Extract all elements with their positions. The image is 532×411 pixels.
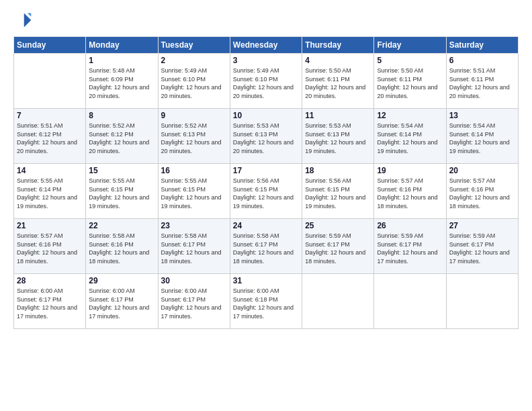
day-info: Sunrise: 5:59 AMSunset: 6:17 PMDaylight:… bbox=[449, 232, 515, 265]
daylight-text: Daylight: 12 hours and 18 minutes. bbox=[305, 248, 371, 265]
day-number: 16 bbox=[161, 166, 227, 175]
day-info: Sunrise: 6:00 AMSunset: 6:17 PMDaylight:… bbox=[17, 287, 83, 320]
day-cell: 13Sunrise: 5:54 AMSunset: 6:14 PMDayligh… bbox=[446, 109, 518, 164]
daylight-text: Daylight: 12 hours and 19 minutes. bbox=[17, 193, 83, 210]
day-info: Sunrise: 5:57 AMSunset: 6:16 PMDaylight:… bbox=[17, 232, 83, 265]
day-number: 31 bbox=[233, 276, 299, 285]
day-number: 9 bbox=[161, 111, 227, 120]
day-cell: 27Sunrise: 5:59 AMSunset: 6:17 PMDayligh… bbox=[446, 219, 518, 274]
day-number: 25 bbox=[305, 221, 371, 230]
day-cell bbox=[446, 274, 518, 329]
day-cell: 25Sunrise: 5:59 AMSunset: 6:17 PMDayligh… bbox=[302, 219, 374, 274]
day-number: 29 bbox=[89, 276, 154, 285]
day-cell: 19Sunrise: 5:57 AMSunset: 6:16 PMDayligh… bbox=[374, 164, 446, 219]
col-header-tuesday: Tuesday bbox=[158, 37, 230, 54]
day-number: 3 bbox=[233, 56, 299, 65]
logo bbox=[13, 11, 35, 30]
day-info: Sunrise: 5:50 AMSunset: 6:11 PMDaylight:… bbox=[305, 66, 371, 100]
day-number: 13 bbox=[449, 111, 515, 120]
sunset-text: Sunset: 6:17 PM bbox=[449, 240, 515, 249]
sunrise-text: Sunrise: 5:56 AM bbox=[233, 177, 299, 185]
sunset-text: Sunset: 6:14 PM bbox=[17, 185, 83, 194]
daylight-text: Daylight: 12 hours and 17 minutes. bbox=[377, 248, 443, 265]
day-cell: 29Sunrise: 6:00 AMSunset: 6:17 PMDayligh… bbox=[86, 274, 158, 329]
sunrise-text: Sunrise: 6:00 AM bbox=[161, 287, 227, 295]
col-header-saturday: Saturday bbox=[446, 37, 518, 54]
day-number: 26 bbox=[377, 221, 443, 230]
sunrise-text: Sunrise: 5:52 AM bbox=[89, 122, 154, 130]
sunset-text: Sunset: 6:17 PM bbox=[161, 295, 227, 304]
sunset-text: Sunset: 6:15 PM bbox=[233, 185, 299, 194]
day-info: Sunrise: 5:49 AMSunset: 6:10 PMDaylight:… bbox=[161, 66, 227, 100]
day-cell: 5Sunrise: 5:50 AMSunset: 6:11 PMDaylight… bbox=[374, 54, 446, 109]
sunset-text: Sunset: 6:17 PM bbox=[161, 240, 227, 249]
day-cell: 2Sunrise: 5:49 AMSunset: 6:10 PMDaylight… bbox=[158, 54, 230, 109]
sunset-text: Sunset: 6:12 PM bbox=[89, 130, 154, 139]
daylight-text: Daylight: 12 hours and 19 minutes. bbox=[161, 193, 227, 210]
sunset-text: Sunset: 6:17 PM bbox=[305, 240, 371, 249]
day-number: 10 bbox=[233, 111, 299, 120]
sunrise-text: Sunrise: 5:54 AM bbox=[449, 122, 515, 130]
day-cell: 18Sunrise: 5:56 AMSunset: 6:15 PMDayligh… bbox=[302, 164, 374, 219]
sunset-text: Sunset: 6:12 PM bbox=[17, 130, 83, 139]
daylight-text: Daylight: 12 hours and 19 minutes. bbox=[89, 193, 154, 210]
day-info: Sunrise: 5:58 AMSunset: 6:17 PMDaylight:… bbox=[233, 232, 299, 265]
sunrise-text: Sunrise: 6:00 AM bbox=[233, 287, 299, 295]
logo-icon bbox=[13, 11, 32, 30]
day-cell: 12Sunrise: 5:54 AMSunset: 6:14 PMDayligh… bbox=[374, 109, 446, 164]
col-header-friday: Friday bbox=[374, 37, 446, 54]
sunrise-text: Sunrise: 5:54 AM bbox=[377, 122, 443, 130]
daylight-text: Daylight: 12 hours and 19 minutes. bbox=[377, 138, 443, 155]
day-cell: 10Sunrise: 5:53 AMSunset: 6:13 PMDayligh… bbox=[230, 109, 302, 164]
day-info: Sunrise: 6:00 AMSunset: 6:18 PMDaylight:… bbox=[233, 287, 299, 320]
sunset-text: Sunset: 6:17 PM bbox=[233, 240, 299, 249]
daylight-text: Daylight: 12 hours and 20 minutes. bbox=[89, 83, 154, 100]
day-number: 24 bbox=[233, 221, 299, 230]
sunrise-text: Sunrise: 5:55 AM bbox=[161, 177, 227, 185]
sunrise-text: Sunrise: 5:50 AM bbox=[305, 66, 371, 75]
day-info: Sunrise: 5:59 AMSunset: 6:17 PMDaylight:… bbox=[377, 232, 443, 265]
daylight-text: Daylight: 12 hours and 18 minutes. bbox=[233, 248, 299, 265]
day-info: Sunrise: 5:50 AMSunset: 6:11 PMDaylight:… bbox=[377, 66, 443, 100]
sunset-text: Sunset: 6:18 PM bbox=[233, 295, 299, 304]
sunset-text: Sunset: 6:16 PM bbox=[89, 240, 154, 249]
sunset-text: Sunset: 6:17 PM bbox=[89, 295, 154, 304]
sunrise-text: Sunrise: 6:00 AM bbox=[17, 287, 83, 295]
sunrise-text: Sunrise: 5:59 AM bbox=[449, 232, 515, 240]
day-cell: 8Sunrise: 5:52 AMSunset: 6:12 PMDaylight… bbox=[86, 109, 158, 164]
day-info: Sunrise: 6:00 AMSunset: 6:17 PMDaylight:… bbox=[161, 287, 227, 320]
day-number: 27 bbox=[449, 221, 515, 230]
sunrise-text: Sunrise: 5:49 AM bbox=[161, 66, 227, 75]
daylight-text: Daylight: 12 hours and 20 minutes. bbox=[89, 138, 154, 155]
day-number: 6 bbox=[449, 56, 515, 65]
day-cell: 30Sunrise: 6:00 AMSunset: 6:17 PMDayligh… bbox=[158, 274, 230, 329]
daylight-text: Daylight: 12 hours and 18 minutes. bbox=[17, 248, 83, 265]
day-number: 19 bbox=[377, 166, 443, 175]
daylight-text: Daylight: 12 hours and 20 minutes. bbox=[233, 138, 299, 155]
sunset-text: Sunset: 6:16 PM bbox=[17, 240, 83, 249]
day-info: Sunrise: 5:55 AMSunset: 6:15 PMDaylight:… bbox=[161, 177, 227, 210]
week-row-4: 21Sunrise: 5:57 AMSunset: 6:16 PMDayligh… bbox=[14, 219, 519, 274]
day-info: Sunrise: 5:57 AMSunset: 6:16 PMDaylight:… bbox=[449, 177, 515, 210]
day-number: 22 bbox=[89, 221, 154, 230]
sunset-text: Sunset: 6:13 PM bbox=[305, 130, 371, 139]
day-info: Sunrise: 5:56 AMSunset: 6:15 PMDaylight:… bbox=[233, 177, 299, 210]
day-cell: 1Sunrise: 5:48 AMSunset: 6:09 PMDaylight… bbox=[86, 54, 158, 109]
calendar-page: SundayMondayTuesdayWednesdayThursdayFrid… bbox=[0, 0, 532, 411]
sunset-text: Sunset: 6:17 PM bbox=[17, 295, 83, 304]
sunrise-text: Sunrise: 5:59 AM bbox=[305, 232, 371, 240]
day-info: Sunrise: 5:58 AMSunset: 6:17 PMDaylight:… bbox=[161, 232, 227, 265]
day-info: Sunrise: 5:57 AMSunset: 6:16 PMDaylight:… bbox=[377, 177, 443, 210]
day-number: 14 bbox=[17, 166, 83, 175]
day-info: Sunrise: 6:00 AMSunset: 6:17 PMDaylight:… bbox=[89, 287, 154, 320]
sunrise-text: Sunrise: 5:58 AM bbox=[233, 232, 299, 240]
sunset-text: Sunset: 6:10 PM bbox=[161, 75, 227, 84]
page-header bbox=[13, 11, 519, 30]
day-number: 30 bbox=[161, 276, 227, 285]
day-number: 1 bbox=[89, 56, 154, 65]
col-header-monday: Monday bbox=[86, 37, 158, 54]
sunset-text: Sunset: 6:16 PM bbox=[377, 185, 443, 194]
sunset-text: Sunset: 6:14 PM bbox=[449, 130, 515, 139]
sunrise-text: Sunrise: 5:50 AM bbox=[377, 66, 443, 75]
day-cell: 24Sunrise: 5:58 AMSunset: 6:17 PMDayligh… bbox=[230, 219, 302, 274]
